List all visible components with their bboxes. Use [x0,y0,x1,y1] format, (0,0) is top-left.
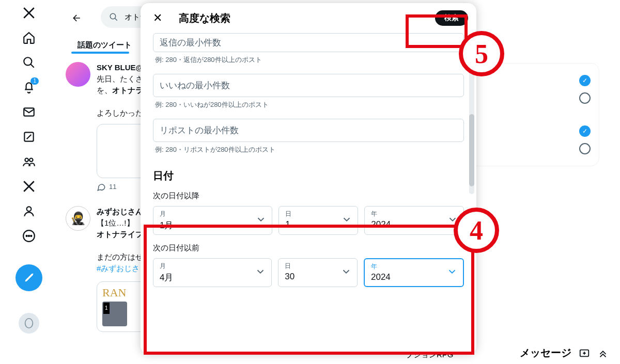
premium-icon[interactable] [22,180,36,193]
compose-button[interactable] [16,264,42,291]
account-avatar[interactable] [19,313,39,334]
messages-drawer[interactable]: メッセージ [520,346,609,360]
radio[interactable] [579,92,591,104]
annotation-box-search [406,14,468,48]
grok-icon[interactable] [22,130,36,144]
search-input[interactable] [125,13,348,22]
new-message-icon[interactable] [579,347,590,359]
reply-count: 11 [109,181,116,193]
annotation-badge-5: 5 [459,31,504,76]
post-author: SKY BLUE@ホ [97,63,151,72]
post-author: みずおじさん [97,207,143,216]
reply-action[interactable]: 11 [97,181,378,193]
radio[interactable] [579,143,591,154]
ranking-thumb: 1 [102,302,127,326]
svg-point-3 [25,159,28,162]
profile-icon[interactable] [22,204,36,218]
x-logo-icon[interactable] [22,6,36,20]
search-bar[interactable] [101,6,357,28]
left-nav-rail: 1 [0,0,58,364]
annotation-badge-4: 4 [454,208,499,253]
notifications-icon[interactable]: 1 [22,81,36,94]
svg-point-12 [372,18,374,20]
more-icon[interactable] [22,229,36,243]
annotation-box-dates [144,225,474,355]
svg-point-14 [378,18,379,20]
svg-point-11 [110,13,116,19]
search-icon [109,12,118,22]
svg-point-5 [27,207,32,211]
post-text-line: 先日、たくさん [97,73,378,85]
search-icon[interactable] [22,56,36,69]
svg-point-4 [29,159,33,162]
hashtag-link[interactable]: #みずおじさ [97,264,140,273]
svg-point-9 [30,235,32,236]
article-card[interactable] [97,124,378,178]
article-icon [229,143,245,160]
svg-point-0 [24,57,32,65]
post[interactable]: SKY BLUE@ホ 先日、たくさん を、オトナライ よろしかったら 11 [59,58,384,197]
reply-icon [97,182,106,192]
notification-badge: 1 [30,77,39,85]
search-options-button[interactable] [367,10,384,28]
filter-option[interactable]: るアカウント [406,89,599,107]
back-button[interactable] [68,9,86,27]
radio-checked[interactable] [579,75,591,86]
svg-point-7 [26,235,27,236]
avatar[interactable] [66,62,90,87]
svg-point-13 [375,18,376,20]
filter-option[interactable] [406,122,599,140]
filter-option[interactable] [406,72,599,89]
svg-point-10 [25,319,33,328]
search-filter-box: るアカウント [406,63,599,166]
avatar[interactable]: 🥷 [66,206,90,231]
svg-point-8 [28,235,29,236]
filter-option[interactable] [406,140,599,157]
messages-icon[interactable] [22,105,36,119]
radio-checked[interactable] [579,125,591,137]
expand-icon[interactable] [597,347,609,359]
communities-icon[interactable] [22,155,36,168]
tab-underline [71,52,129,54]
home-icon[interactable] [22,31,36,44]
